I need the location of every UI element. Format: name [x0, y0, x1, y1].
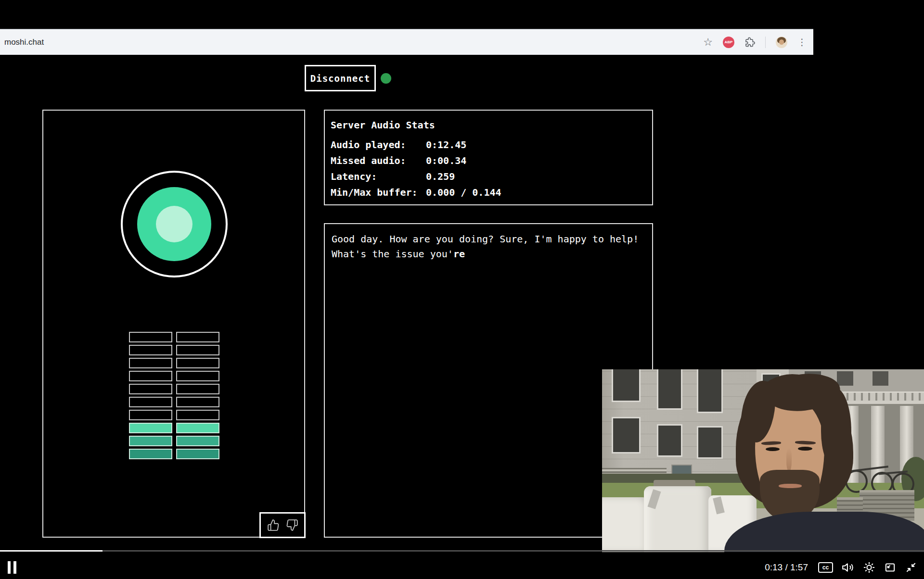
- player-right-controls: 0:13 / 1:57 cc: [765, 561, 917, 574]
- building-window: [697, 426, 723, 459]
- transcript-line-2: What's the issue you're: [332, 247, 646, 262]
- level-bar: [129, 423, 172, 433]
- stats-label: Min/Max buffer:: [331, 185, 426, 201]
- audio-visualizer-panel: [42, 110, 305, 538]
- browser-url-bar[interactable]: moshi.chat ☆ ABP ⋮: [0, 29, 813, 55]
- stats-row-missed-audio: Missed audio:0:00.34: [331, 153, 647, 169]
- extensions-puzzle-icon[interactable]: [744, 37, 755, 48]
- level-bar: [129, 449, 172, 459]
- exit-fullscreen-icon[interactable]: [905, 561, 917, 574]
- building-window: [657, 424, 683, 457]
- video-frame: moshi.chat ☆ ABP ⋮ Disconnect: [0, 0, 924, 579]
- volume-icon[interactable]: [841, 561, 855, 574]
- level-bar: [129, 332, 172, 342]
- level-bar: [176, 384, 219, 394]
- miniplayer-icon[interactable]: [884, 561, 897, 574]
- url-text: moshi.chat: [4, 38, 44, 47]
- visualizer-inner-circle: [156, 206, 192, 242]
- level-bars: [129, 332, 219, 459]
- construction-bag: [602, 497, 650, 552]
- toolbar-separator: [765, 37, 766, 48]
- building-window: [697, 369, 723, 413]
- level-bar: [176, 410, 219, 420]
- level-bar: [129, 397, 172, 407]
- building-window: [657, 369, 683, 410]
- person-nose: [786, 448, 792, 471]
- thumbs-up-icon[interactable]: [267, 519, 280, 531]
- transcript-latest-word: re: [453, 248, 465, 260]
- server-audio-stats-panel: Server Audio Stats Audio played:0:12.45 …: [324, 110, 653, 205]
- thumbs-down-icon[interactable]: [286, 519, 298, 531]
- transcript-line-1: Good day. How are you doing? Sure, I'm h…: [332, 232, 646, 247]
- settings-gear-icon[interactable]: [863, 561, 875, 574]
- level-bar: [176, 358, 219, 368]
- level-bar: [176, 397, 219, 407]
- browser-toolbar-icons: ☆ ABP ⋮: [703, 37, 807, 48]
- pause-button[interactable]: [8, 561, 16, 574]
- level-bar: [129, 358, 172, 368]
- level-bar: [129, 436, 172, 446]
- stats-value: 0:00.34: [426, 155, 466, 166]
- stats-row-audio-played: Audio played:0:12.45: [331, 137, 647, 153]
- stats-label: Missed audio:: [331, 153, 426, 169]
- stats-value: 0:12.45: [426, 139, 466, 151]
- level-bar: [176, 332, 219, 342]
- stats-label: Latency:: [331, 169, 426, 185]
- feedback-box: [259, 512, 306, 538]
- level-bar: [176, 345, 219, 355]
- building-window: [612, 417, 641, 453]
- profile-avatar[interactable]: [776, 37, 787, 48]
- captions-icon[interactable]: cc: [818, 562, 833, 573]
- attic-window: [873, 371, 888, 386]
- stats-label: Audio played:: [331, 137, 426, 153]
- level-bar: [129, 410, 172, 420]
- video-progress-bar[interactable]: [0, 550, 924, 552]
- building-window: [612, 369, 641, 402]
- level-bar: [176, 423, 219, 433]
- stats-value: 0.259: [426, 171, 455, 182]
- bookmark-star-icon[interactable]: ☆: [703, 37, 713, 48]
- level-bar: [129, 371, 172, 381]
- avatar-face: [779, 39, 784, 45]
- level-bar: [176, 371, 219, 381]
- stats-row-minmax-buffer: Min/Max buffer:0.000 / 0.144: [331, 185, 647, 201]
- level-bar: [129, 345, 172, 355]
- progress-played: [0, 550, 103, 552]
- level-bar: [176, 436, 219, 446]
- stats-value: 0.000 / 0.144: [426, 187, 501, 198]
- person-lips: [779, 484, 802, 489]
- connection-status-dot: [381, 73, 391, 84]
- webcam-video: [602, 369, 924, 552]
- time-display: 0:13 / 1:57: [765, 562, 808, 573]
- stats-row-latency: Latency:0.259: [331, 169, 647, 185]
- attic-window: [837, 371, 853, 386]
- disconnect-button[interactable]: Disconnect: [305, 65, 376, 91]
- browser-menu-dots-icon[interactable]: ⋮: [797, 38, 807, 47]
- stats-title: Server Audio Stats: [331, 117, 647, 133]
- video-controls-bar: 0:13 / 1:57 cc: [0, 556, 924, 579]
- level-bar: [176, 449, 219, 459]
- level-bar: [129, 384, 172, 394]
- adblock-extension-icon[interactable]: ABP: [723, 37, 734, 48]
